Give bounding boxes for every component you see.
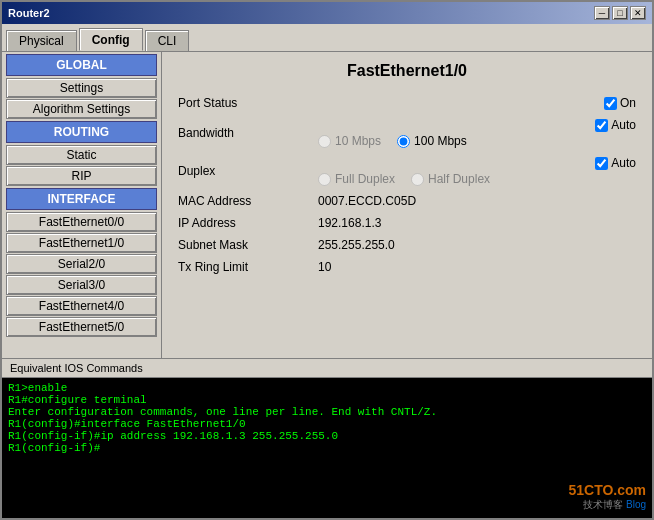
mac-address-value: 0007.ECCD.C05D bbox=[318, 194, 416, 208]
bandwidth-checkbox-group: Auto bbox=[595, 118, 636, 132]
watermark-tagline: 技术博客 Blog bbox=[568, 498, 646, 512]
mac-address-row: MAC Address 0007.ECCD.C05D bbox=[172, 190, 642, 212]
duplex-row: Duplex Auto Full Duplex bbox=[172, 152, 642, 190]
sidebar-item-rip[interactable]: RIP bbox=[6, 166, 157, 186]
bandwidth-label: Bandwidth bbox=[172, 114, 312, 152]
duplex-radio-group: Full Duplex Half Duplex bbox=[318, 172, 636, 186]
tx-ring-limit-row: Tx Ring Limit 10 bbox=[172, 256, 642, 278]
port-status-on-label: On bbox=[620, 96, 636, 110]
port-status-control: On bbox=[318, 96, 636, 110]
bandwidth-10mbps: 10 Mbps bbox=[318, 134, 381, 148]
bandwidth-row: Bandwidth Auto 10 Mbps bbox=[172, 114, 642, 152]
sidebar-item-fastethernet50[interactable]: FastEthernet5/0 bbox=[6, 317, 157, 337]
subnet-mask-value: 255.255.255.0 bbox=[318, 238, 395, 252]
sidebar-section-interface: INTERFACE bbox=[6, 188, 157, 210]
right-panel: FastEthernet1/0 Port Status On bbox=[162, 52, 652, 358]
duplex-half: Half Duplex bbox=[411, 172, 490, 186]
tab-cli[interactable]: CLI bbox=[145, 30, 190, 51]
sidebar-scroll[interactable]: GLOBAL Settings Algorithm Settings ROUTI… bbox=[2, 52, 161, 358]
duplex-half-radio[interactable] bbox=[411, 173, 424, 186]
bandwidth-auto-checkbox[interactable] bbox=[595, 119, 608, 132]
bandwidth-100mbps-label: 100 Mbps bbox=[414, 134, 467, 148]
settings-table: Port Status On Bandwidth bbox=[172, 92, 642, 278]
sidebar-section-routing: ROUTING bbox=[6, 121, 157, 143]
ios-line-4: R1(config-if)#ip address 192.168.1.3 255… bbox=[8, 430, 646, 442]
duplex-full: Full Duplex bbox=[318, 172, 395, 186]
duplex-auto-label: Auto bbox=[611, 156, 636, 170]
ip-address-row: IP Address 192.168.1.3 bbox=[172, 212, 642, 234]
port-status-checkbox[interactable] bbox=[604, 97, 617, 110]
ios-terminal[interactable]: R1>enable R1#configure terminal Enter co… bbox=[2, 378, 652, 518]
subnet-mask-row: Subnet Mask 255.255.255.0 bbox=[172, 234, 642, 256]
ios-line-5: R1(config-if)# bbox=[8, 442, 646, 454]
duplex-auto-checkbox[interactable] bbox=[595, 157, 608, 170]
sidebar-section-global: GLOBAL bbox=[6, 54, 157, 76]
bandwidth-auto-group: Auto bbox=[318, 118, 636, 132]
bandwidth-100mbps: 100 Mbps bbox=[397, 134, 467, 148]
sidebar: GLOBAL Settings Algorithm Settings ROUTI… bbox=[2, 52, 162, 358]
bandwidth-auto-label: Auto bbox=[611, 118, 636, 132]
duplex-full-label: Full Duplex bbox=[335, 172, 395, 186]
bandwidth-10mbps-label: 10 Mbps bbox=[335, 134, 381, 148]
bandwidth-100mbps-radio[interactable] bbox=[397, 135, 410, 148]
duplex-half-label: Half Duplex bbox=[428, 172, 490, 186]
port-status-row: Port Status On bbox=[172, 92, 642, 114]
sidebar-item-fastethernet00[interactable]: FastEthernet0/0 bbox=[6, 212, 157, 232]
tx-ring-limit-value: 10 bbox=[318, 260, 331, 274]
duplex-checkbox-group: Auto bbox=[595, 156, 636, 170]
duplex-label: Duplex bbox=[172, 152, 312, 190]
main-content: GLOBAL Settings Algorithm Settings ROUTI… bbox=[2, 51, 652, 358]
mac-address-label: MAC Address bbox=[172, 190, 312, 212]
ios-line-0: R1>enable bbox=[8, 382, 646, 394]
tx-ring-limit-label: Tx Ring Limit bbox=[172, 256, 312, 278]
sidebar-item-serial20[interactable]: Serial2/0 bbox=[6, 254, 157, 274]
sidebar-item-serial30[interactable]: Serial3/0 bbox=[6, 275, 157, 295]
port-status-checkbox-group: On bbox=[604, 96, 636, 110]
watermark: 51CTO.com 技术博客 Blog bbox=[568, 482, 646, 512]
close-button[interactable]: ✕ bbox=[630, 6, 646, 20]
bandwidth-radio-group: 10 Mbps 100 Mbps bbox=[318, 134, 636, 148]
ios-section: Equivalent IOS Commands R1>enable R1#con… bbox=[2, 358, 652, 518]
window-controls: ─ □ ✕ bbox=[594, 6, 646, 20]
watermark-site: 51CTO.com bbox=[568, 482, 646, 498]
sidebar-item-fastethernet10[interactable]: FastEthernet1/0 bbox=[6, 233, 157, 253]
ios-line-3: R1(config)#interface FastEthernet1/0 bbox=[8, 418, 646, 430]
ip-address-label: IP Address bbox=[172, 212, 312, 234]
sidebar-item-algorithm-settings[interactable]: Algorithm Settings bbox=[6, 99, 157, 119]
port-status-label: Port Status bbox=[172, 92, 312, 114]
sidebar-item-settings[interactable]: Settings bbox=[6, 78, 157, 98]
watermark-blog: Blog bbox=[626, 499, 646, 510]
ios-line-2: Enter configuration commands, one line p… bbox=[8, 406, 646, 418]
sidebar-item-fastethernet40[interactable]: FastEthernet4/0 bbox=[6, 296, 157, 316]
interface-title: FastEthernet1/0 bbox=[172, 62, 642, 80]
window-title: Router2 bbox=[8, 7, 50, 19]
sidebar-item-static[interactable]: Static bbox=[6, 145, 157, 165]
tabs-bar: Physical Config CLI bbox=[2, 24, 652, 51]
ios-line-1: R1#configure terminal bbox=[8, 394, 646, 406]
title-bar: Router2 ─ □ ✕ bbox=[2, 2, 652, 24]
tab-config[interactable]: Config bbox=[79, 28, 143, 51]
duplex-full-radio[interactable] bbox=[318, 173, 331, 186]
ios-label: Equivalent IOS Commands bbox=[2, 359, 652, 378]
duplex-auto-group: Auto bbox=[318, 156, 636, 170]
bandwidth-10mbps-radio[interactable] bbox=[318, 135, 331, 148]
subnet-mask-label: Subnet Mask bbox=[172, 234, 312, 256]
ip-address-value: 192.168.1.3 bbox=[318, 216, 381, 230]
maximize-button[interactable]: □ bbox=[612, 6, 628, 20]
main-window: Router2 ─ □ ✕ Physical Config CLI GLOBAL… bbox=[0, 0, 654, 520]
tab-physical[interactable]: Physical bbox=[6, 30, 77, 51]
minimize-button[interactable]: ─ bbox=[594, 6, 610, 20]
